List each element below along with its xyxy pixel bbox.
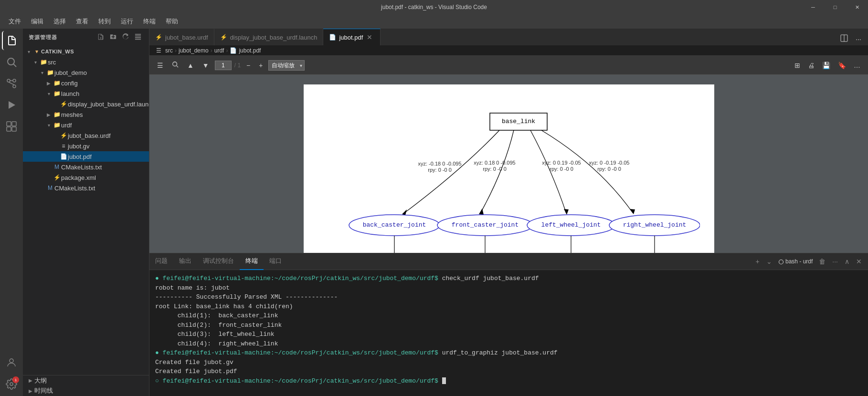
collapse-all-icon[interactable] (133, 32, 143, 42)
activity-source-control[interactable] (2, 74, 21, 93)
pdf-print-button[interactable]: 🖨 (805, 60, 817, 71)
terminal-content[interactable]: ● feifei@feifei-virtual-machine:~/code/r… (149, 270, 868, 396)
pdf-page-input[interactable]: 1 (215, 61, 232, 70)
terminal-line-4: root Link: base_link has 4 child(ren) (155, 302, 862, 312)
tab-display-launch[interactable]: ⚡ display_jubot_base_urdf.launch (214, 29, 324, 45)
activity-search[interactable] (2, 52, 21, 72)
terminal-line-1: ● feifei@feifei-virtual-machine:~/code/r… (155, 274, 862, 283)
edge-label-left-wheel-2: rpy: 0 -0 0 (550, 166, 573, 172)
tab-jubot-pdf[interactable]: 📄 jubot.pdf ✕ (323, 29, 381, 45)
tree-item-meshes[interactable]: ▶ 📁 meshes (23, 109, 149, 120)
tree-item-cmake2[interactable]: ▶ M CMakeLists.txt (23, 183, 149, 193)
svg-point-3 (13, 85, 16, 88)
panel-shell-label: bash - urdf (776, 258, 815, 265)
pdf-prev-page-button[interactable]: ▲ (184, 60, 197, 71)
label-cmake2: CMakeLists.txt (54, 185, 95, 192)
new-folder-icon[interactable] (108, 32, 118, 42)
new-file-icon[interactable] (95, 32, 106, 42)
pdf-bookmark-button[interactable]: 🔖 (835, 60, 849, 71)
label-display-jubot: display_jubot_base_urdf.launch (68, 101, 149, 108)
tree-item-jubot-base-urdf[interactable]: ▶ ⚡ jubot_base.urdf (23, 130, 149, 141)
pdf-zoom-in-button[interactable]: + (256, 60, 265, 71)
maximize-button[interactable]: □ (824, 0, 846, 14)
folder-icon-jubot-demo: 📁 (46, 69, 54, 76)
tree-item-package-xml[interactable]: ▶ ⚡ package.xml (23, 172, 149, 183)
editor-right-actions: ··· (837, 32, 868, 45)
pdf-fullscreen-button[interactable]: ⊞ (792, 60, 803, 71)
bc-src[interactable]: src (165, 47, 173, 54)
menu-run[interactable]: 运行 (117, 16, 137, 27)
label-catkin-ws: CATKIN_WS (41, 49, 74, 54)
tree-item-catkin-ws[interactable]: ▾ ▾ CATKIN_WS (23, 46, 149, 57)
bc-sep1: › (175, 47, 177, 54)
panel-close-button[interactable]: ✕ (854, 256, 864, 267)
panel-collapse-button[interactable]: ∧ (842, 256, 852, 267)
folder-icon-catkin-ws: ▾ (32, 48, 41, 55)
edge-label-back-caster-2: rpy: 0 -0 0 (428, 167, 452, 173)
panel-tab-problems[interactable]: 问题 (149, 253, 173, 270)
pdf-search-button[interactable] (169, 59, 181, 71)
menu-view[interactable]: 查看 (72, 16, 92, 27)
tree-item-jubot-gv[interactable]: ▶ ≡ jubot.gv (23, 141, 149, 151)
more-actions-button[interactable]: ··· (853, 33, 864, 45)
tree-item-jubot-demo[interactable]: ▾ 📁 jubot_demo (23, 67, 149, 78)
pdf-zoom-select[interactable]: 自动缩放 50% 75% 100% 125% 150% 200% (268, 60, 305, 71)
panel-tab-terminal[interactable]: 终端 (240, 253, 264, 270)
tree-item-config[interactable]: ▶ 📁 config (23, 78, 149, 88)
panel-add-terminal-button[interactable]: + (753, 256, 762, 267)
panel-more-button[interactable]: ··· (830, 256, 840, 267)
bc-urdf[interactable]: urdf (214, 47, 224, 54)
activity-account[interactable] (2, 353, 21, 372)
menu-file[interactable]: 文件 (5, 16, 25, 27)
menu-terminal[interactable]: 终端 (139, 16, 159, 27)
menu-select[interactable]: 选择 (50, 16, 70, 27)
pdf-more-button[interactable]: … (851, 60, 863, 71)
label-urdf: urdf (61, 122, 72, 129)
menu-goto[interactable]: 转到 (95, 16, 115, 27)
term-out-4: child(1): back_caster_link (155, 312, 278, 319)
tree-item-src[interactable]: ▾ 📁 src (23, 57, 149, 67)
pdf-next-page-button[interactable]: ▼ (200, 60, 212, 71)
sidebar-timeline[interactable]: ▶ 时间线 (23, 386, 149, 396)
bc-jubot-demo[interactable]: jubot_demo (179, 47, 209, 54)
tab-close-pdf[interactable]: ✕ (366, 33, 373, 41)
edge-back-caster (404, 130, 499, 213)
activity-bar-bottom: 1 (2, 353, 21, 396)
panel-trash-button[interactable]: 🗑 (816, 256, 828, 267)
tree-item-urdf[interactable]: ▾ 📁 urdf (23, 120, 149, 130)
tree-item-jubot-pdf[interactable]: ▶ 📄 jubot.pdf (23, 151, 149, 162)
editor-area: ⚡ jubot_base.urdf ⚡ display_jubot_base_u… (149, 29, 868, 396)
panel-split-button[interactable]: ⌄ (764, 256, 774, 267)
bc-pdf[interactable]: jubot.pdf (239, 47, 261, 54)
panel-tab-ports[interactable]: 端口 (264, 253, 287, 270)
menubar: 文件 编辑 选择 查看 转到 运行 终端 帮助 (0, 14, 868, 29)
tab-jubot-base-urdf[interactable]: ⚡ jubot_base.urdf (149, 29, 214, 45)
activity-extensions[interactable] (2, 117, 21, 136)
activity-explorer[interactable] (2, 31, 21, 50)
svg-line-19 (177, 66, 179, 68)
svg-point-0 (8, 58, 14, 65)
sidebar-outline[interactable]: ▶ 大纲 (23, 375, 149, 386)
tree-item-launch[interactable]: ▾ 📁 launch (23, 88, 149, 99)
menu-help[interactable]: 帮助 (162, 16, 182, 27)
terminal-line-3: ---------- Successfully Parsed XML -----… (155, 292, 862, 302)
pdf-toggle-sidebar-button[interactable]: ☰ (154, 60, 166, 71)
terminal-line-8: child(4): right_wheel_link (155, 339, 862, 349)
close-button[interactable]: ✕ (846, 0, 868, 14)
activity-settings[interactable]: 1 (2, 375, 21, 394)
label-left-wheel-joint: left_wheel_joint (541, 221, 601, 229)
refresh-icon[interactable] (120, 32, 131, 42)
pdf-content[interactable]: base_link xyz: -0.18 0 -0.095 rpy: 0 -0 … (149, 75, 868, 253)
sidebar-toggle-breadcrumb[interactable]: ☰ (154, 47, 163, 54)
arrow-catkin-ws: ▾ (25, 49, 32, 54)
minimize-button[interactable]: ─ (802, 0, 824, 14)
split-editor-button[interactable] (837, 32, 851, 45)
panel-tab-output[interactable]: 输出 (173, 253, 197, 270)
tree-item-cmake1[interactable]: ▶ M CMakeLists.txt (23, 162, 149, 172)
pdf-save-button[interactable]: 💾 (819, 60, 833, 71)
activity-debug[interactable] (2, 95, 21, 115)
tree-item-display-jubot[interactable]: ▶ ⚡ display_jubot_base_urdf.launch (23, 99, 149, 109)
panel-tab-debug[interactable]: 调试控制台 (197, 253, 240, 270)
menu-edit[interactable]: 编辑 (27, 16, 47, 27)
pdf-zoom-out-button[interactable]: − (243, 60, 253, 71)
